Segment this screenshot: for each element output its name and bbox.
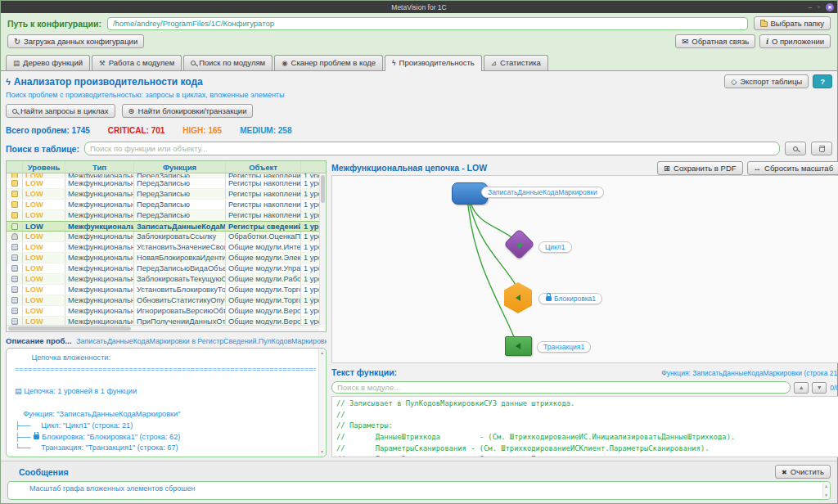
analyzer-subtitle: Поиск проблем с производительностью: зап… [6,91,832,99]
performance-panel: Анализатор производительности кода Экспо… [1,71,837,461]
row-depth: 1 уро [301,222,321,231]
module-search-input[interactable] [331,381,791,394]
problem-description-box[interactable]: ▲▼ Цепочка вложенности:=================… [6,348,327,457]
find-queries-button[interactable]: Найти запросы в циклах [6,104,115,118]
table-horizontal-scrollbar[interactable] [7,325,319,331]
row-icon [7,210,23,220]
row-type: Межфункциональна... [65,200,134,209]
row-function: НоваяБлокировкаИдентифи... [134,253,226,263]
function-reference[interactable]: Функция: ЗаписатьДанныеКодаМаркировки (с… [661,369,838,377]
search-prev-button[interactable] [794,382,809,394]
table-search-input[interactable] [84,142,780,155]
row-type-icon [11,173,18,178]
function-code-view[interactable]: // Записывает в ПулКодовМаркировкиСУЗ да… [331,396,838,457]
clear-messages-button[interactable]: Очистить [775,465,831,479]
row-icon [7,189,23,199]
table-row[interactable]: LOWМежфункциональна...ПередЗаписьюРегист… [7,200,326,210]
row-type-icon [11,286,18,293]
transaction-marker-icon [516,343,520,349]
table-row[interactable]: LOWМежфункциональ...ЗаписатьДанныеКодаМа… [7,221,326,232]
table-row[interactable]: LOWМежфункциональна...УстановитьБлокиров… [7,285,326,295]
choose-folder-button[interactable]: Выбрать папку [754,16,831,30]
row-level: LOW [23,263,65,273]
tab-module-search[interactable]: Поиск по модулям [183,55,273,70]
lightning-icon [392,59,396,67]
tree-icon [13,59,20,67]
description-line [15,398,316,409]
row-type-icon [11,212,18,218]
row-type-icon [11,244,18,250]
row-object: Общие модули.Управление... [226,263,301,273]
table-row[interactable]: LOWМежфункциональна...НоваяБлокировкаИде… [7,253,326,263]
table-row[interactable]: LOWМежфункциональна...ЗаблокироватьСсылк… [7,232,326,242]
row-icon [7,242,23,252]
tab-code-scanner[interactable]: Сканер проблем в коде [274,55,383,70]
table-row[interactable]: LOWМежфункциональна...ПередЗаписьюРегист… [7,178,326,189]
row-type-icon [11,254,18,261]
lock-icon [546,296,552,301]
table-row[interactable]: LOWМежфункциональна...ПередЗаписьюВидаОб… [7,263,326,274]
col-level[interactable]: Уровень [23,161,65,173]
analyzer-title: Анализатор производительности кода [6,76,203,88]
load-config-button[interactable]: Загрузка данных конфигурации [7,34,144,48]
description-scrollbar[interactable]: ▲▼ [318,349,325,456]
minimize-button[interactable]: – [809,4,812,11]
row-depth: 1 уро [301,242,321,252]
row-type-icon [11,265,18,272]
col-type[interactable]: Тип [65,161,134,173]
row-function: УстановитьБлокировкуТорг... [134,285,226,295]
export-table-button[interactable]: Экспорт таблицы [724,74,809,88]
maximize-button[interactable]: ▫ [818,4,820,11]
tab-performance[interactable]: Производительность [385,55,482,71]
row-level: LOW [23,242,65,252]
table-row[interactable]: LOWМежфункциональна...ПередЗаписьюРегист… [7,210,326,221]
table-row[interactable]: LOWМежфункциональна...ОбновитьСтатистику… [7,295,326,306]
clear-icon [782,467,787,476]
col-function[interactable]: Функция [134,161,226,173]
row-function: ПередЗаписью [134,173,226,178]
chain-title: Межфункциональная цепочка - LOW [331,163,487,173]
window-title: MetaVision for 1C [391,3,446,11]
config-path-input[interactable] [107,17,748,30]
col-object[interactable]: Объект [226,161,301,173]
row-type: Межфункциональна... [65,295,134,305]
tabbar: Дерево функций Работа с модулем Поиск по… [1,52,837,71]
messages-panel: Сообщения Очистить ▲▼ Масштаб графа влож… [1,461,837,503]
tab-module-work[interactable]: Работа с модулем [92,55,182,70]
mail-icon [682,37,688,46]
trash-icon [819,146,825,152]
description-link[interactable]: ЗаписатьДанныеКодаМаркировки в РегистрСв… [76,337,327,345]
row-type: Межфункциональна... [65,306,134,316]
feedback-button[interactable]: Обратная связь [675,34,755,48]
table-search-button[interactable] [785,142,806,155]
table-row[interactable]: LOWМежфункциональна...ЗаблокироватьТекущ… [7,274,326,285]
save-pdf-button[interactable]: Сохранить в PDF [657,161,743,175]
find-locks-button[interactable]: Найти блокировки/транзакции [122,104,254,118]
row-level: LOW [23,178,65,188]
chain-graph-canvas[interactable]: ЗаписатьДанныеКодаМаркировки Цикл1 Блоки… [331,175,838,363]
table-row[interactable]: LOWМежфункциональна...УстановитьЗначение… [7,242,326,253]
titlebar: MetaVision for 1C – ▫ ✖ [1,1,837,13]
reset-zoom-button[interactable]: Сбросить масштаб [747,161,838,175]
row-level: LOW [23,306,65,316]
row-function: ОбновитьСтатистикуОпубл... [134,295,226,305]
table-row[interactable]: LOWМежфункциональна...ИгнорироватьВерсию… [7,306,326,317]
help-button[interactable]: ? [813,74,832,88]
table-vertical-scrollbar[interactable] [319,173,326,325]
messages-scrollbar[interactable]: ▲▼ [822,483,829,498]
table-row[interactable]: LOWМежфункциональна...ПередЗаписьюРегист… [7,189,326,200]
lock-scan-icon [128,106,135,115]
code-line: // Параметры: [336,421,835,432]
tab-function-tree[interactable]: Дерево функций [6,55,90,70]
row-object: Общие модули.ТорговыеПр... [226,285,301,295]
tab-statistics[interactable]: Статистика [484,55,548,70]
about-button[interactable]: О приложении [759,34,831,48]
refresh-icon [14,37,20,46]
close-button[interactable]: ✖ [826,3,834,11]
search-next-button[interactable] [812,382,827,394]
row-function: ПередЗаписьюВидаОбъекта [134,263,226,273]
messages-box[interactable]: ▲▼ Масштаб графа вложенных элементов сбр… [7,481,831,500]
path-label: Путь к конфигурации: [7,19,101,29]
description-line: ├── Блокировка: "Блокировка1" (строка: 6… [15,432,316,443]
table-clear-button[interactable] [811,142,832,155]
